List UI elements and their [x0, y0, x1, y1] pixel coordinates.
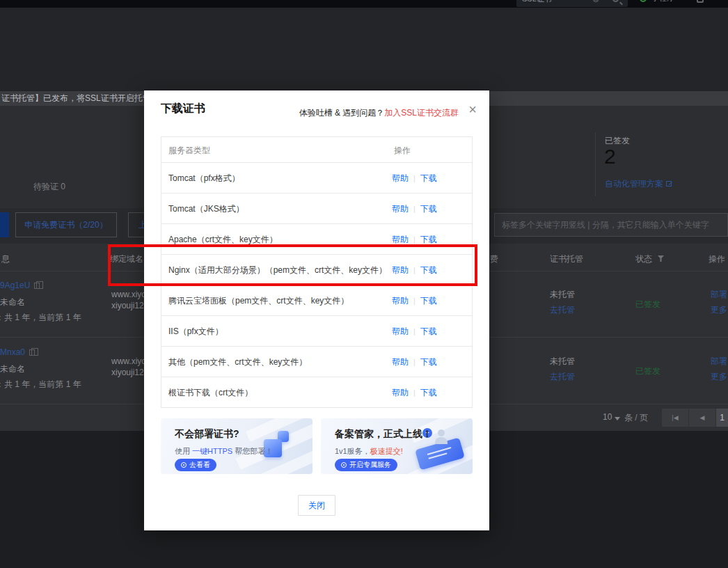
row-operations: 帮助|下载 [392, 264, 437, 276]
promo-desc: 使用 一键HTTPS 帮您部署！ [175, 446, 273, 457]
hosting-status: 未托管 [550, 356, 575, 368]
badge-icon [341, 462, 347, 468]
auto-management-link[interactable]: 自动化管理方案 [605, 178, 672, 190]
help-link[interactable]: 帮助 [392, 387, 409, 397]
one-click-https-link[interactable]: 一键HTTPS [192, 447, 232, 455]
mini-program-icon [640, 0, 647, 2]
modal-title: 下载证书 [161, 102, 205, 116]
more-link[interactable]: 更多 [711, 304, 727, 316]
download-certificate-modal: 下载证书 体验吐槽 & 遇到问题？加入SSL证书交流群 × 服务器类型 操作 T… [144, 90, 489, 530]
promo-decor [435, 437, 448, 444]
separator: | [413, 204, 416, 212]
server-type-label: IIS（pfx文件） [168, 325, 223, 337]
download-link[interactable]: 下载 [420, 234, 437, 244]
topbar: SSL证书 ⊗ 小程序 [0, 0, 728, 8]
help-link[interactable]: 帮助 [392, 234, 409, 244]
close-icon[interactable]: × [468, 102, 477, 116]
go-see-button[interactable]: 去看看 [175, 459, 216, 471]
col-operation: 操作 [394, 145, 411, 157]
row-operations: 帮助|下载 [392, 233, 437, 245]
screen: SSL证书 ⊗ 小程序 证书托管】已发布，将SSL证书开启托管即可 待验证 0 … [0, 0, 728, 568]
server-type-label: 其他（pem文件、crt文件、key文件） [168, 356, 307, 368]
pending-verification-label: 待验证 0 [33, 181, 65, 193]
certificate-id-link[interactable]: Mnxa0 [0, 347, 35, 357]
deploy-promo-card[interactable]: 不会部署证书? 使用 一键HTTPS 帮您部署！ 去看看 [161, 418, 312, 474]
mini-program-label[interactable]: 小程序 [651, 0, 674, 3]
server-type-row: 其他（pem文件、crt文件、key文件）帮助|下载 [161, 346, 472, 377]
status-badge: 已签发 [635, 299, 660, 310]
per-page-label: 条 / 页 [624, 412, 648, 424]
help-link[interactable]: 帮助 [392, 356, 409, 366]
separator: | [413, 326, 416, 335]
join-group-link[interactable]: 加入SSL证书交流群 [384, 108, 459, 118]
row-operations: 帮助|下载 [392, 325, 437, 337]
server-type-label: 根证书下载（crt文件） [168, 386, 253, 398]
server-type-table-header: 服务器类型 操作 [161, 137, 472, 162]
server-type-row: Nginx（适用大部分场景）（pem文件、crt文件、key文件）帮助|下载 [161, 254, 472, 285]
apply-free-cert-button[interactable]: 申请免费证书（2/20） [15, 212, 117, 237]
col-domain: 绑定域名 [110, 253, 143, 265]
first-page-button[interactable]: |◀ [662, 409, 688, 427]
more-link[interactable]: 更多 [711, 371, 727, 383]
promo-title: 备案管家，正式上线！ [335, 428, 432, 441]
server-type-table: 服务器类型 操作 Tomcat（pfx格式）帮助|下载Tomcat（JKS格式）… [161, 136, 473, 408]
col-fee: 费 [490, 253, 498, 265]
certificate-name: 未命名 [0, 297, 25, 308]
server-type-row: Tomcat（JKS格式）帮助|下载 [161, 193, 472, 223]
page-size-select[interactable]: 10 [603, 412, 612, 422]
tag-search-input[interactable]: 标签多个关键字用竖线 | 分隔，其它只能输入单个关键字 [494, 213, 728, 237]
prev-page-button[interactable]: ◀ [689, 409, 715, 427]
server-type-label: Tomcat（pfx格式） [168, 172, 240, 184]
server-type-label: Apache（crt文件、key文件） [168, 233, 278, 245]
server-type-label: 腾讯云宝塔面板（pem文件、crt文件、key文件） [168, 294, 349, 306]
help-link[interactable]: 帮助 [392, 203, 409, 213]
col-server-type: 服务器类型 [168, 145, 210, 157]
external-link-icon [666, 181, 672, 187]
certificate-id-link[interactable]: 9Ag1eU [0, 281, 40, 290]
separator: | [413, 173, 416, 182]
download-link[interactable]: 下载 [420, 387, 437, 397]
help-link[interactable]: 帮助 [392, 326, 409, 336]
server-type-label: Nginx（适用大部分场景）（pem文件、crt文件、key文件） [168, 264, 387, 276]
col-hosting: 证书托管 [550, 253, 583, 265]
clear-search-icon[interactable]: ⊗ [592, 0, 599, 4]
download-link[interactable]: 下载 [420, 203, 437, 213]
copy-icon[interactable] [34, 283, 40, 289]
server-type-row: 腾讯云宝塔面板（pem文件、crt文件、key文件）帮助|下载 [161, 285, 472, 315]
download-link[interactable]: 下载 [420, 356, 437, 366]
download-link[interactable]: 下载 [420, 326, 437, 336]
help-link[interactable]: 帮助 [392, 265, 409, 274]
badge-icon [181, 462, 187, 468]
promo-decor [438, 429, 445, 436]
page-number-input[interactable]: 1 [716, 409, 728, 427]
copy-icon[interactable] [29, 349, 35, 356]
download-link[interactable]: 下载 [420, 265, 437, 274]
row-operations: 帮助|下载 [392, 356, 437, 368]
go-hosting-link[interactable]: 去托管 [550, 304, 575, 316]
filter-icon[interactable] [658, 255, 664, 262]
col-status: 状态 [635, 253, 652, 265]
promo-title: 不会部署证书? [175, 428, 239, 441]
validity-text: ：共 1 年，当前第 1 年 [0, 379, 81, 390]
col-info: 息 [1, 253, 10, 265]
deploy-link[interactable]: 部署 [711, 356, 727, 368]
separator: | [413, 388, 416, 396]
download-link[interactable]: 下载 [420, 173, 437, 182]
go-hosting-link[interactable]: 去托管 [550, 371, 575, 383]
icp-promo-card[interactable]: + 备案管家，正式上线！ 1v1服务，极速提交! 开启专属服务 [321, 418, 473, 474]
console-app-icon[interactable] [697, 0, 704, 3]
row-operations: 帮助|下载 [392, 386, 437, 398]
server-type-row: Tomcat（pfx格式）帮助|下载 [161, 162, 472, 193]
download-link[interactable]: 下载 [420, 295, 437, 305]
status-badge: 已签发 [635, 365, 660, 377]
help-link[interactable]: 帮助 [392, 295, 409, 305]
primary-button-fragment[interactable] [0, 212, 9, 237]
hosting-status: 未托管 [550, 289, 575, 301]
help-link[interactable]: 帮助 [392, 173, 409, 182]
row-operations: 帮助|下载 [392, 294, 437, 306]
col-action: 操作 [709, 253, 725, 265]
close-button[interactable]: 关闭 [298, 495, 335, 516]
exclusive-service-button[interactable]: 开启专属服务 [335, 459, 397, 471]
deploy-link[interactable]: 部署 [711, 289, 727, 301]
server-type-row: IIS（pfx文件）帮助|下载 [161, 315, 472, 346]
